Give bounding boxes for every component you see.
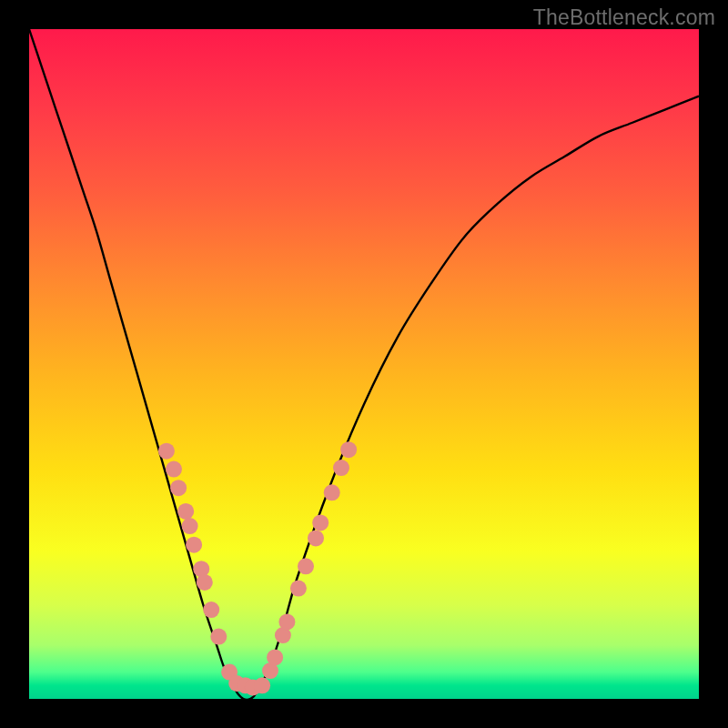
chart-frame: TheBottleneck.com <box>0 0 728 728</box>
data-point-dot <box>290 581 307 597</box>
data-point-dot <box>312 514 329 531</box>
plot-area <box>29 29 699 699</box>
data-point-dot <box>170 480 187 496</box>
data-point-dot <box>267 649 283 665</box>
data-point-dot <box>333 460 349 476</box>
data-point-dot <box>210 629 227 645</box>
data-point-dot <box>186 537 202 553</box>
data-point-dot <box>278 613 295 630</box>
data-point-dot <box>308 530 324 546</box>
data-point-dot <box>254 677 270 693</box>
data-point-dot <box>203 602 219 618</box>
data-point-dot <box>324 484 340 500</box>
data-point-dot <box>166 461 182 478</box>
data-point-dot <box>340 441 357 458</box>
watermark-text: TheBottleneck.com <box>533 5 715 30</box>
data-point-dot <box>298 558 314 574</box>
bottleneck-curve <box>29 29 699 699</box>
data-point-dot <box>158 443 175 460</box>
data-point-dot <box>197 574 213 591</box>
data-point-dot <box>182 518 198 534</box>
data-point-dot <box>177 503 194 520</box>
